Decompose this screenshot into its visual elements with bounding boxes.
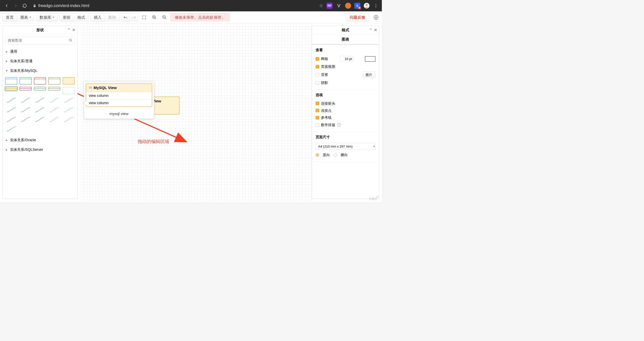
drag-preview-row: view column [86,99,152,106]
shape-connector-15[interactable] [63,116,74,123]
shape-connector-6[interactable] [5,106,17,113]
address-bar[interactable]: freedgo.com/erd-index.html [33,3,319,8]
search-input[interactable] [8,38,69,43]
format-tab-diagram[interactable]: 图表 [312,34,379,45]
star-icon[interactable]: ☆ [319,3,323,9]
shape-table-green[interactable] [20,77,32,84]
category-general[interactable]: ▸通用 [3,47,77,56]
zoom-out-icon[interactable] [160,13,169,21]
svg-point-5 [69,39,71,41]
checkbox-math[interactable]: ✓ [316,123,319,127]
checkbox-conn-arrow[interactable]: ✓ [316,102,319,105]
section-options: 选项 ✓连接箭头 ✓连接点 ✓参考线 ✓数学排版? [312,90,379,132]
watermark: 亿速云 [369,197,378,201]
checkbox-shadow[interactable]: ✓ [316,81,319,84]
shape-connector-16[interactable] [5,125,17,132]
forward-button[interactable] [12,2,19,10]
shape-connector-12[interactable] [20,116,32,123]
shape-button[interactable]: 形状 [59,13,74,21]
diagram-menu[interactable]: 图表▾ [17,13,35,21]
search-icon[interactable] [69,38,72,43]
shape-connector-10[interactable] [63,106,74,113]
avatar[interactable] [364,3,370,9]
shape-connector-3[interactable] [34,96,46,103]
info-icon[interactable]: ? [337,123,341,127]
shape-connector-5[interactable] [63,96,74,103]
zoom-in-icon[interactable] [150,13,158,21]
search-input-wrap[interactable] [5,37,75,44]
shape-view-pink[interactable] [20,87,32,91]
checkbox-background[interactable]: ✓ [316,73,319,76]
shape-view-olive[interactable] [48,87,60,91]
collapse-icon[interactable]: ⌃ [369,28,372,32]
radio-landscape[interactable] [334,153,337,157]
extension-v[interactable]: V [336,3,342,9]
collapse-icon[interactable]: ⌃ [67,28,71,32]
shape-note-yellow[interactable] [63,77,74,84]
shape-connector-7[interactable] [20,106,32,113]
shape-connector-1[interactable] [5,96,17,103]
shapes-grid [3,75,77,135]
shape-connector-2[interactable] [20,96,32,103]
checkbox-conn-point[interactable]: ✓ [316,109,319,112]
shape-view-green[interactable] [34,87,46,91]
shape-connector-8[interactable] [34,106,46,113]
back-button[interactable] [3,2,11,10]
database-menu[interactable]: 数据库▾ [36,13,58,21]
close-icon[interactable]: ✕ [374,28,377,32]
language-icon[interactable] [373,14,380,21]
shape-table-red[interactable] [34,77,46,84]
delete-button[interactable]: 删除 [105,13,120,21]
shape-note-white[interactable] [63,87,74,94]
svg-point-1 [366,4,368,6]
shape-connector-4[interactable] [48,96,60,103]
shape-table-olive[interactable] [48,77,60,84]
label-grid: 网格 [321,56,328,61]
image-button[interactable]: 图片 [363,71,375,78]
drag-preview-caption: mysql view [84,109,154,119]
checkbox-page-view[interactable]: ✓ [316,65,319,68]
workspace: 形状 ⌃ ✕ ▸通用 ▸实体关系/普通 ▾实体关系/MySQL [0,23,382,202]
category-er-mysql[interactable]: ▾实体关系/MySQL [3,66,77,76]
category-er-common[interactable]: ▸实体关系/普通 [3,56,77,66]
page-size-select[interactable]: A4 (210 mm x 297 mm) [316,143,375,150]
category-er-oracle[interactable]: ▸实体关系/Oracle [3,135,77,145]
checkbox-guide[interactable]: ✓ [316,116,319,120]
save-notice[interactable]: 修改未保存。点击此处保存。 [170,13,230,21]
insert-button[interactable]: 插入 [90,13,105,21]
reload-button[interactable] [21,2,29,10]
shape-connector-9[interactable] [48,106,60,113]
radio-portrait[interactable] [316,153,319,157]
checkbox-grid[interactable]: ✓ [316,57,319,61]
fullscreen-icon[interactable] [140,13,148,21]
drag-preview-title: MySQL View [86,83,152,92]
close-icon[interactable]: ✕ [72,28,75,32]
shape-connector-13[interactable] [34,116,46,123]
extension-blue[interactable]: ⇅新 [354,3,360,9]
label-math: 数学排版 [321,123,335,127]
format-button[interactable]: 格式 [74,13,89,21]
app: 首页 图表▾ 数据库▾ 形状 格式 插入 删除 修改未保存。点击此处保存。 问题… [0,11,382,202]
shape-view-yellow[interactable] [5,87,17,91]
drag-preview: MySQL View view column view column mysql… [84,81,154,119]
toolbar: 首页 图表▾ 数据库▾ 形状 格式 插入 删除 修改未保存。点击此处保存。 问题… [0,11,382,23]
category-er-sqlserver[interactable]: ▸实体关系/SQLServer [3,145,77,155]
extension-rp[interactable]: RP [327,3,333,9]
shape-connector-11[interactable] [5,116,17,123]
redo-button[interactable] [130,13,138,21]
browser-menu-icon[interactable]: ⋮ [373,3,379,9]
label-background: 背景 [321,72,328,77]
undo-button[interactable] [121,13,130,21]
canvas[interactable]: View MySQL View view column view column … [81,23,312,202]
extension-orange[interactable] [345,3,351,9]
grid-size-input[interactable] [340,56,353,62]
grid-color-swatch[interactable] [365,56,375,62]
shape-connector-14[interactable] [48,116,60,123]
format-panel-header: 格式 ⌃ ✕ [312,26,379,34]
view-icon [89,86,92,89]
feedback-button[interactable]: 问题反馈 [346,13,369,21]
home-button[interactable]: 首页 [2,13,17,21]
section-view: 查看 ✓ 网格 ✓ 页面视图 ✓ 背景 图片 ✓ [312,45,379,90]
shape-table-blue[interactable] [5,77,17,84]
annotation-text: 拖动的编辑区域 [138,138,169,145]
